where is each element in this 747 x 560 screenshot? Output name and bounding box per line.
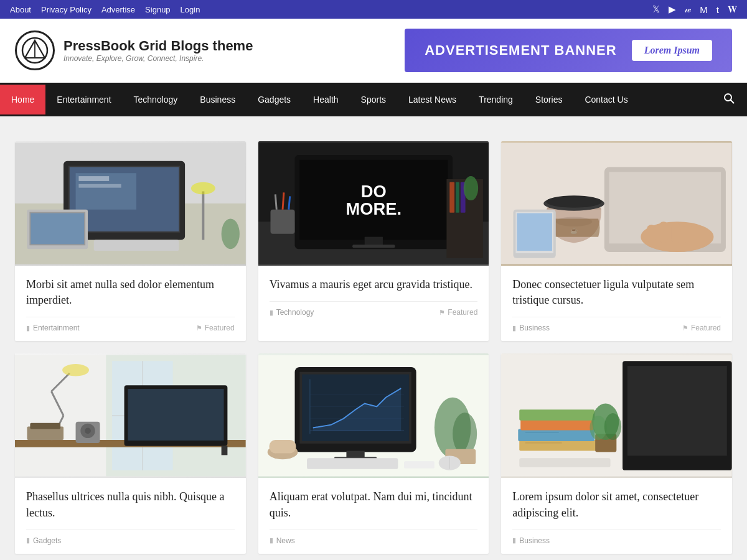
card-5-category: ▮ News [270, 536, 295, 545]
svg-rect-12 [78, 176, 109, 181]
svg-rect-92 [269, 440, 296, 453]
svg-rect-28 [352, 245, 395, 248]
topbar-link-login[interactable]: Login [181, 5, 200, 14]
topbar-link-signup[interactable]: Signup [145, 5, 170, 14]
svg-point-18 [191, 182, 215, 195]
top-bar: About Privacy Policy Advertise Signup Lo… [0, 0, 747, 19]
tumblr-icon[interactable]: t [716, 4, 719, 15]
nav-item-stories[interactable]: Stories [524, 85, 574, 114]
card-3-featured: ⚑ Featured [682, 324, 721, 332]
nav-item-contact-us[interactable]: Contact Us [573, 85, 639, 114]
svg-rect-43 [659, 222, 669, 243]
card-4-category: ▮ Gadgets [26, 536, 61, 545]
site-tagline: Innovate, Explore, Grow, Connect, Inspir… [63, 54, 253, 63]
svg-rect-19 [94, 240, 179, 251]
card-2-featured: ⚑ Featured [439, 308, 477, 317]
card-6-image [501, 353, 732, 478]
svg-rect-106 [520, 459, 611, 468]
site-title: PressBook Grid Blogs theme [63, 38, 253, 54]
svg-rect-98 [521, 419, 594, 431]
card-1-featured: ⚑ Featured [196, 324, 235, 332]
nav-item-latest-news[interactable]: Latest News [397, 85, 467, 114]
nav-item-business[interactable]: Business [189, 85, 247, 114]
card-4-meta: ▮ Gadgets [26, 530, 235, 545]
card-3-category: ▮ Business [512, 324, 550, 332]
svg-point-85 [453, 413, 477, 455]
topbar-link-advertise[interactable]: Advertise [101, 5, 135, 14]
topbar-link-about[interactable]: About [10, 5, 31, 14]
article-card-5: Aliquam erat volutpat. Nam dui mi, tinci… [258, 353, 489, 553]
folder-icon: ▮ [26, 536, 30, 544]
svg-rect-61 [128, 389, 223, 441]
article-card-1: Morbi sit amet nulla sed dolor elementum… [15, 141, 246, 341]
card-2-image: DO MORE. [258, 141, 489, 266]
folder-icon: ▮ [270, 309, 273, 317]
svg-text:MORE.: MORE. [345, 199, 401, 218]
nav-item-entertainment[interactable]: Entertainment [45, 85, 122, 114]
bookmark-icon: ⚑ [196, 324, 202, 332]
top-bar-links: About Privacy Policy Advertise Signup Lo… [10, 5, 200, 14]
article-card-3: ☕ Donec consectetuer ligula vulputate se… [501, 141, 732, 341]
svg-rect-62 [222, 446, 228, 455]
topbar-link-privacy[interactable]: Privacy Policy [41, 5, 92, 14]
svg-rect-42 [647, 225, 656, 243]
card-5-meta: ▮ News [270, 530, 478, 545]
card-3-meta: ▮ Business ⚑ Featured [512, 317, 721, 332]
card-6-meta: ▮ Business [512, 530, 721, 545]
articles-grid: Morbi sit amet nulla sed dolor elementum… [15, 141, 732, 554]
nav-items: Home Entertainment Technology Business G… [0, 85, 711, 114]
nav-item-trending[interactable]: Trending [467, 85, 524, 114]
card-1-category: ▮ Entertainment [26, 324, 80, 332]
nav-item-technology[interactable]: Technology [123, 85, 189, 114]
card-4-title: Phasellus ultrices nulla quis nibh. Quis… [26, 489, 235, 520]
advertisement-banner[interactable]: ADVERTISEMENT BANNER Lorem Ipsum [405, 29, 732, 72]
nav-item-health[interactable]: Health [302, 85, 349, 114]
nav-item-sports[interactable]: Sports [350, 85, 397, 114]
svg-rect-44 [671, 223, 680, 243]
svg-line-36 [283, 192, 284, 209]
svg-point-104 [590, 416, 607, 440]
svg-rect-31 [456, 182, 459, 213]
svg-rect-16 [31, 213, 84, 245]
logo-text: PressBook Grid Blogs theme Innovate, Exp… [63, 38, 253, 63]
nav-item-home[interactable]: Home [0, 85, 45, 114]
youtube-icon[interactable]: ▶ [669, 4, 676, 15]
search-button[interactable] [711, 83, 747, 116]
svg-point-66 [62, 364, 89, 376]
folder-icon: ▮ [512, 536, 516, 544]
svg-rect-13 [78, 184, 121, 188]
card-1-meta: ▮ Entertainment ⚑ Featured [26, 317, 235, 332]
wordpress-icon[interactable]: 𝐖 [728, 4, 737, 15]
card-2-category: ▮ Technology [270, 308, 314, 317]
nav-item-gadgets[interactable]: Gadgets [247, 85, 302, 114]
svg-rect-53 [517, 213, 553, 251]
card-1-image [15, 141, 246, 266]
svg-point-105 [604, 413, 621, 440]
bookmark-icon: ⚑ [682, 324, 688, 332]
logo-area: PressBook Grid Blogs theme Innovate, Exp… [15, 30, 253, 70]
card-5-image [258, 353, 489, 478]
svg-rect-88 [404, 462, 435, 469]
svg-rect-95 [627, 366, 727, 455]
svg-rect-30 [449, 182, 454, 213]
card-2-meta: ▮ Technology ⚑ Featured [270, 301, 478, 317]
article-card-6: Lorem ipsum dolor sit amet, consectetuer… [501, 353, 732, 553]
svg-rect-27 [364, 237, 382, 246]
card-6-category: ▮ Business [512, 536, 550, 545]
svg-rect-99 [520, 410, 595, 421]
card-3-body: Donec consectetuer ligula vulputate sem … [501, 266, 732, 341]
main-nav: Home Entertainment Technology Business G… [0, 83, 747, 116]
medium-icon[interactable]: M [700, 4, 708, 15]
card-6-title: Lorem ipsum dolor sit amet, consectetuer… [512, 489, 721, 520]
svg-rect-96 [520, 440, 599, 451]
ad-banner-text: ADVERTISEMENT BANNER [425, 42, 616, 58]
svg-point-69 [85, 428, 91, 434]
twitter-icon[interactable]: 𝕏 [652, 4, 660, 15]
folder-icon: ▮ [26, 324, 30, 332]
article-card-2: DO MORE. [258, 141, 489, 341]
pinterest-icon[interactable]: 𝓌 [685, 4, 691, 15]
ad-lorem-ipsum: Lorem Ipsum [632, 40, 712, 61]
card-3-title: Donec consectetuer ligula vulputate sem … [512, 277, 721, 308]
folder-icon: ▮ [270, 536, 273, 544]
svg-line-5 [731, 100, 734, 103]
